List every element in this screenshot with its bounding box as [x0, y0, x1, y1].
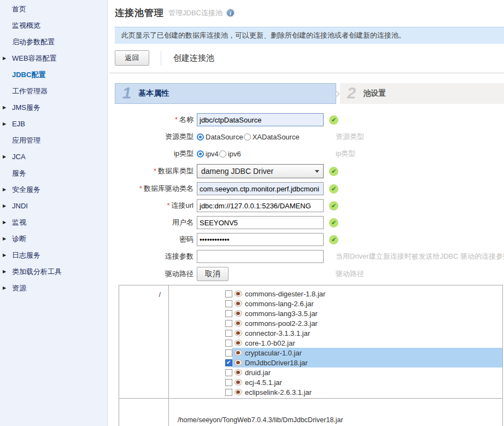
jar-list-item[interactable]: commons-digester-1.8.jar [169, 289, 502, 299]
jar-list-item[interactable]: commons-lang3-3.5.jar [169, 308, 502, 318]
db-type-select[interactable]: dameng JDBC Driver [197, 164, 324, 178]
radio-ipv4[interactable] [197, 150, 204, 157]
sidebar-item-home[interactable]: 首页 [0, 1, 107, 17]
jar-list-item-selected[interactable]: DmJdbcDriver18.jar [169, 358, 502, 367]
valid-check-icon: ✔ [329, 184, 338, 194]
page-title: 连接池管理 [115, 7, 164, 19]
cancel-button[interactable]: 取消 [197, 267, 228, 281]
sidebar-item-resources[interactable]: ▶资源 [0, 280, 107, 296]
sidebar-item-label: 服务 [12, 169, 26, 177]
sidebar-item-web-container[interactable]: ▶WEB容器配置 [0, 50, 107, 67]
jar-list-item-highlighted[interactable]: cryptacular-1.0.jar [169, 348, 502, 358]
toolbar-separator [161, 51, 161, 66]
field-label: 用户名 [108, 218, 194, 227]
sidebar-item-jca[interactable]: ▶JCA [0, 149, 107, 165]
radio-datasource[interactable] [197, 133, 204, 141]
sidebar-item-security[interactable]: ▶安全服务 [0, 182, 107, 198]
jar-checkbox[interactable] [225, 379, 232, 386]
sidebar-item-monitoring[interactable]: ▶监视 [0, 214, 107, 231]
sidebar-nav: 首页 监视概览 启动参数配置 ▶WEB容器配置 JDBC配置 工作管理器 ▶JM… [0, 0, 108, 426]
connection-url-input[interactable] [197, 199, 324, 212]
radio-label: ipv4 [206, 150, 219, 158]
sidebar-item-label: JMS服务 [12, 103, 40, 112]
valid-check-icon: ✔ [329, 218, 338, 227]
form-row-resource-type: 资源类型 DataSource XADataSource 资源类型 [108, 130, 504, 143]
form-row-url: *连接url ✔ [108, 199, 504, 212]
sidebar-item-label: 安全服务 [12, 185, 40, 194]
jar-checkbox[interactable] [225, 290, 232, 297]
expand-arrow-icon: ▶ [3, 50, 6, 67]
jar-checkbox[interactable] [225, 320, 232, 327]
jar-list-item[interactable]: connector-3.1.3.1.jar [169, 328, 502, 338]
sidebar-item-classloader-tool[interactable]: ▶类加载分析工具 [0, 264, 107, 280]
jar-list-item[interactable]: druid.jar [169, 367, 502, 377]
username-input[interactable] [197, 216, 324, 229]
jar-list-item[interactable]: core-1.0-b02.jar [169, 338, 502, 348]
field-label: 名称 [179, 115, 194, 124]
jar-checkbox[interactable] [225, 369, 232, 376]
jar-checkbox-checked[interactable] [225, 359, 232, 366]
sidebar-item-app-management[interactable]: 应用管理 [0, 132, 107, 149]
file-tree-root[interactable]: / [119, 285, 169, 398]
expand-arrow-icon: ▶ [3, 247, 6, 264]
sidebar-item-label: 首页 [12, 5, 26, 13]
wizard-step-pool[interactable]: 2 池设置 [340, 83, 504, 104]
jar-name: core-1.0-b02.jar [245, 339, 295, 347]
sidebar-item-startup-params[interactable]: 启动参数配置 [0, 34, 107, 50]
password-input[interactable] [197, 233, 324, 246]
info-icon[interactable]: i [226, 8, 235, 17]
section-divider [109, 73, 504, 73]
sidebar-item-ejb[interactable]: ▶EJB [0, 116, 107, 132]
create-pool-link[interactable]: 创建连接池 [173, 53, 214, 63]
jar-checkbox[interactable] [225, 300, 232, 307]
jar-name: commons-lang-2.6.jar [245, 300, 314, 308]
conn-params-input[interactable] [197, 250, 324, 263]
form-row-password: 密码 ✔ [108, 233, 504, 246]
field-label: 数据库驱动类名 [144, 184, 194, 192]
valid-check-icon: ✔ [329, 167, 338, 176]
wizard-steps: 1 基本属性 2 池设置 [115, 83, 504, 104]
field-label: 密码 [108, 235, 194, 244]
sidebar-item-diagnosis[interactable]: ▶诊断 [0, 231, 107, 247]
jar-file-icon [235, 349, 242, 356]
jar-checkbox[interactable] [225, 349, 232, 357]
radio-label: DataSource [206, 133, 243, 141]
sidebar-item-jndi[interactable]: ▶JNDI [0, 198, 107, 214]
jar-list-item[interactable]: ecj-4.5.1.jar [169, 377, 502, 387]
sidebar-item-jdbc-config[interactable]: JDBC配置 [0, 67, 107, 83]
pool-name-input[interactable] [197, 113, 324, 126]
jar-checkbox[interactable] [225, 389, 232, 396]
sidebar-item-log-service[interactable]: ▶日志服务 [0, 247, 107, 264]
sidebar-item-label: 资源 [12, 284, 26, 292]
jar-list-item[interactable]: eclipselink-2.6.3.1.jar [169, 387, 502, 397]
sidebar-item-jms[interactable]: ▶JMS服务 [0, 100, 107, 116]
jar-checkbox[interactable] [225, 330, 232, 337]
toolbar: 返回 创建连接池 [115, 50, 504, 66]
expand-arrow-icon: ▶ [3, 182, 6, 198]
sidebar-item-label: 启动参数配置 [12, 38, 55, 46]
sidebar-item-monitor-overview[interactable]: 监视概览 [0, 17, 107, 34]
sidebar-item-service[interactable]: 服务 [0, 165, 107, 182]
jar-name: commons-pool2-2.3.jar [245, 319, 318, 328]
main-content: 连接池管理 管理JDBC连接池 i 此页显示了已创建的数据库连接池，可以更新、删… [108, 0, 504, 426]
radio-xadatasource[interactable] [244, 133, 251, 141]
driver-class-input[interactable] [197, 182, 324, 195]
radio-ipv6[interactable] [219, 150, 226, 157]
field-hint: 当用Driver建立新连接时被发送给JDBC 驱动的连接参数， [336, 252, 504, 261]
field-label: 连接参数 [108, 252, 194, 261]
required-marker: * [154, 167, 156, 175]
sidebar-item-work-manager[interactable]: 工作管理器 [0, 83, 107, 100]
form-row-name: *名称 ✔ [108, 113, 504, 126]
jar-checkbox[interactable] [225, 340, 232, 347]
jar-file-icon [235, 290, 242, 297]
form-row-username: 用户名 ✔ [108, 216, 504, 229]
jar-list-item[interactable]: commons-lang-2.6.jar [169, 299, 502, 308]
jar-list-item[interactable]: commons-pool2-2.3.jar [169, 318, 502, 328]
jar-checkbox[interactable] [225, 310, 232, 317]
sidebar-item-label: 日志服务 [12, 251, 40, 259]
notice-bar: 此页显示了已创建的数据库连接池，可以更新、删除所创建的连接池或者创建新的连接池。 [115, 27, 504, 44]
wizard-step-basic[interactable]: 1 基本属性 [115, 83, 336, 104]
back-button[interactable]: 返回 [115, 50, 149, 66]
sidebar-item-label: 监视 [12, 218, 26, 226]
expand-arrow-icon: ▶ [3, 231, 6, 247]
